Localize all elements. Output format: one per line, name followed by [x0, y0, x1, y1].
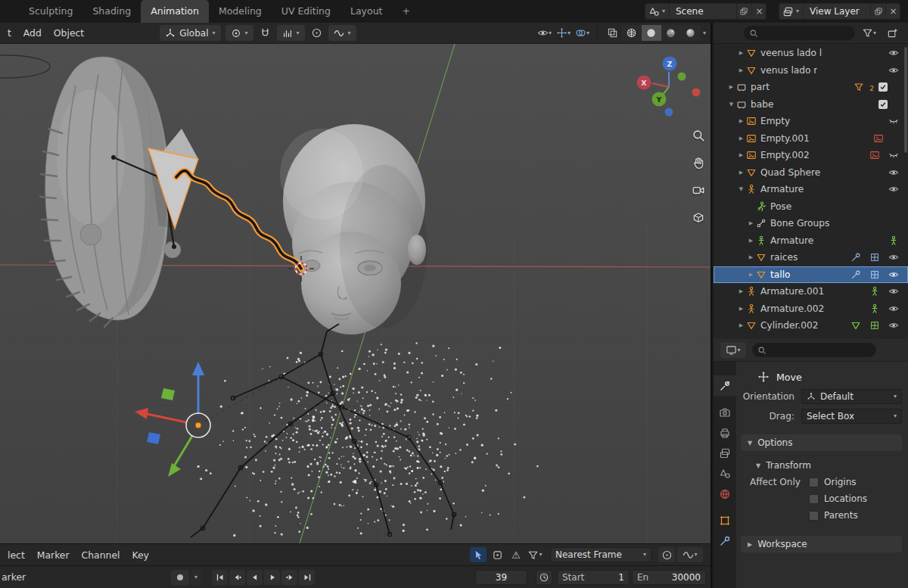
joint-sphere[interactable] [164, 241, 181, 258]
origins-checkbox[interactable] [809, 478, 819, 487]
play-reverse-button[interactable] [247, 570, 263, 585]
properties-tab-world[interactable] [714, 484, 736, 504]
outliner-row[interactable]: ▶ [714, 334, 908, 340]
only-errors-toggle[interactable]: ⚠ [508, 547, 524, 562]
shading-wireframe-button[interactable] [622, 25, 642, 41]
show-overlays-toggle[interactable]: ▾ [574, 25, 591, 41]
camera-view-button[interactable] [691, 182, 706, 198]
new-scene-button[interactable] [736, 3, 751, 20]
outliner-scrollbar[interactable] [904, 47, 907, 153]
disclosure-icon[interactable]: ▶ [746, 220, 756, 226]
outliner-row-babe[interactable]: ▼babe [714, 96, 908, 114]
show-gizmo-toggle[interactable]: ▾ [555, 25, 572, 41]
delete-view-layer-button[interactable]: × [885, 3, 900, 20]
snap-mode-dropdown[interactable]: Nearest Frame ▾ [550, 547, 651, 562]
shading-rendered-button[interactable] [681, 25, 701, 41]
workspace-tab-shading[interactable]: Shading [82, 0, 141, 23]
disclosure-icon[interactable]: ▶ [736, 288, 746, 294]
outliner-row-veenus-lado-l[interactable]: ▶veenus lado l [714, 45, 908, 62]
snap-settings-dropdown[interactable]: ▾ [277, 25, 305, 41]
play-button[interactable] [264, 570, 280, 585]
disclosure-icon[interactable]: ▶ [736, 152, 746, 158]
options-panel-header[interactable]: ▼ Options [741, 434, 902, 451]
key-menu[interactable]: Key [126, 549, 154, 561]
view-layer-browse-button[interactable]: ▾ [779, 3, 804, 20]
only-selected-toggle[interactable] [470, 547, 487, 562]
channel-menu[interactable]: Channel [76, 549, 126, 561]
outliner-row-part[interactable]: ▶part2 [714, 79, 908, 96]
3d-scene[interactable]: Z X Y [0, 44, 711, 543]
disclosure-icon[interactable]: ▼ [726, 101, 736, 107]
visibility-dropdown[interactable]: ▾ [536, 25, 553, 41]
outliner-row-empty-001[interactable]: ▶Empty.001 [714, 130, 908, 148]
new-collection-button[interactable] [884, 25, 901, 41]
view-layer-selector[interactable]: ▾ View Layer × [779, 3, 900, 20]
outliner-row-quad-sphere[interactable]: ▶Quad Sphere [714, 164, 908, 182]
workspace-tab-[interactable]: + [392, 0, 419, 23]
record-button[interactable] [171, 570, 189, 585]
disclosure-icon[interactable]: ▶ [736, 322, 746, 328]
outliner-row-empty-002[interactable]: ▶Empty.002 [714, 147, 908, 164]
outliner-search-input[interactable] [744, 26, 855, 40]
new-view-layer-button[interactable] [870, 3, 885, 20]
jump-to-end-button[interactable] [299, 570, 315, 585]
collection-checkbox[interactable] [878, 100, 888, 109]
properties-tab-render[interactable] [714, 402, 736, 422]
next-keyframe-button[interactable] [281, 570, 297, 585]
properties-tab-modifiers[interactable] [714, 530, 736, 551]
disclosure-icon[interactable]: ▶ [746, 238, 756, 244]
filter-dropdown[interactable]: ▾ [527, 547, 543, 562]
joint-sphere[interactable] [80, 224, 101, 245]
view-layer-name[interactable]: View Layer [804, 6, 870, 17]
scene-name[interactable]: Scene [670, 6, 736, 17]
disclosure-icon[interactable]: ▶ [736, 50, 746, 56]
show-hidden-toggle[interactable] [489, 547, 505, 562]
marker-menu[interactable]: Marker [31, 549, 76, 561]
frame-start-field[interactable]: Start1 [557, 570, 630, 585]
preview-range-button[interactable] [536, 570, 552, 585]
outliner-row-venus-lado-r[interactable]: ▶venus lado r [714, 62, 908, 79]
axis-neg-ball[interactable] [665, 108, 673, 117]
jump-to-start-button[interactable] [212, 570, 228, 585]
shading-dropdown[interactable]: ▾ [703, 30, 706, 36]
xray-toggle[interactable] [604, 25, 621, 41]
snap-toggle[interactable] [257, 25, 274, 41]
outliner-row-tallo[interactable]: ▶tallo [714, 266, 908, 284]
outliner-row-armature[interactable]: ▶Armature [714, 232, 908, 250]
workspace-tab-modeling[interactable]: Modeling [209, 0, 272, 23]
zoom-button[interactable] [691, 128, 706, 143]
3d-viewport[interactable]: Z X Y [0, 44, 711, 543]
workspace-tab-uvediting[interactable]: UV Editing [272, 0, 340, 23]
disclosure-icon[interactable]: ▶ [736, 118, 746, 124]
disclosure-icon[interactable]: ▼ [736, 186, 746, 192]
object-menu[interactable]: Object [48, 27, 90, 39]
outliner-row-armature-001[interactable]: ▶Armature.001 [714, 283, 908, 300]
drag-dropdown[interactable]: Select Box ▾ [801, 409, 902, 424]
proportional-falloff-dropdown[interactable]: ▾ [328, 25, 356, 41]
perspective-toggle-button[interactable] [691, 210, 706, 225]
proportional-editing-toggle[interactable] [308, 25, 325, 41]
axis-neg-ball[interactable] [678, 73, 686, 81]
outliner-row-empty[interactable]: ▶Empty [714, 113, 908, 130]
delete-scene-button[interactable]: × [751, 3, 767, 20]
disclosure-icon[interactable]: ▶ [726, 84, 736, 90]
proportional-editing-toggle[interactable] [658, 547, 675, 562]
outliner-row-bone-groups[interactable]: ▶Bone Groups [714, 215, 908, 232]
current-frame-field[interactable]: 39 [475, 570, 527, 585]
workspace-tab-sculpting[interactable]: Sculpting [19, 0, 82, 23]
select-menu-cut[interactable]: lect [2, 549, 31, 561]
parents-checkbox[interactable] [809, 511, 819, 521]
transform-panel-header[interactable]: ▼ Transform [736, 451, 908, 471]
properties-tab-tool[interactable] [714, 375, 736, 396]
record-dropdown[interactable]: ▾ [191, 570, 201, 585]
pan-button[interactable] [691, 155, 706, 170]
disclosure-icon[interactable]: ▶ [736, 67, 746, 73]
disclosure-icon[interactable]: ▶ [736, 306, 746, 312]
transform-orientation-dropdown[interactable]: Global ▾ [160, 25, 220, 41]
shading-material-button[interactable] [661, 25, 681, 41]
disclosure-icon[interactable]: ▶ [746, 254, 756, 260]
workspace-tab-animation[interactable]: Animation [141, 0, 209, 23]
scene-selector[interactable]: ▾ Scene × [645, 3, 767, 20]
properties-search-input[interactable] [752, 343, 876, 357]
locations-checkbox[interactable] [809, 494, 819, 504]
